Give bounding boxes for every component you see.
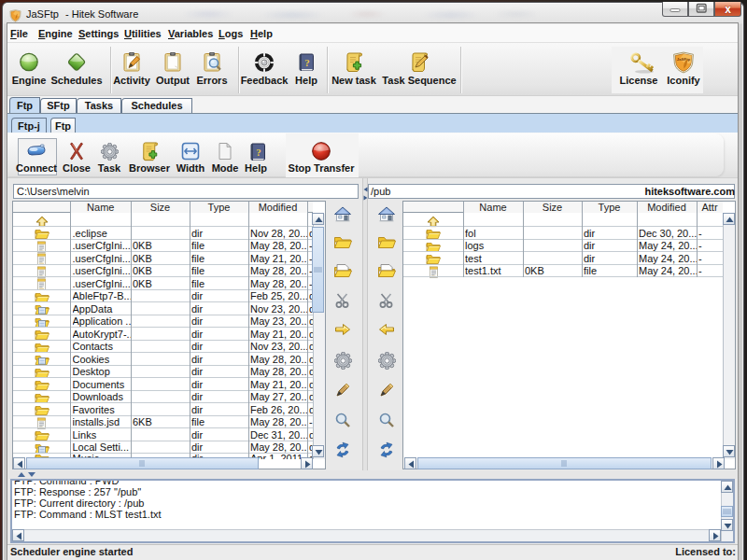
svg-text:?: ? xyxy=(256,147,261,158)
svg-text:JaSFtp: JaSFtp xyxy=(677,57,691,62)
svg-text:?: ? xyxy=(304,57,310,68)
svg-text:x: x xyxy=(725,3,731,16)
